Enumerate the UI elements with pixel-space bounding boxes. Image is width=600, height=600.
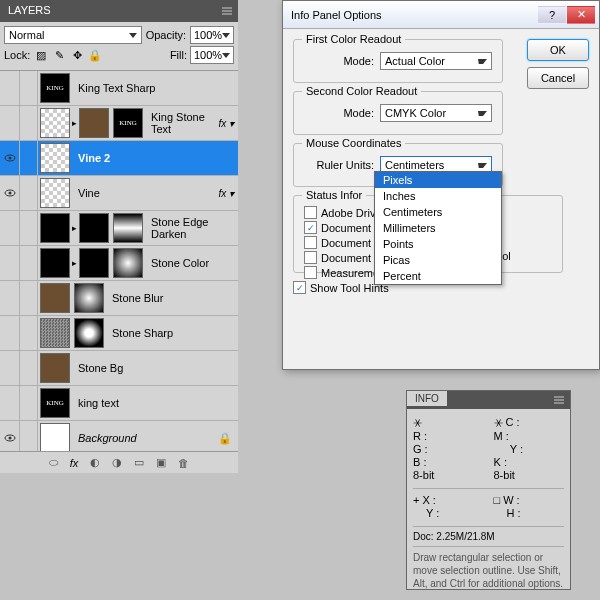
visibility-toggle[interactable] xyxy=(0,71,20,106)
show-hints-checkbox[interactable]: ✓ xyxy=(293,281,306,294)
link-col xyxy=(20,176,38,211)
ruler-units-dropdown[interactable]: PixelsInchesCentimetersMillimetersPoints… xyxy=(374,171,502,285)
mode-label: Mode: xyxy=(304,107,374,119)
layer-name: Stone Sharp xyxy=(112,327,238,339)
link-col xyxy=(20,386,38,421)
visibility-toggle[interactable] xyxy=(0,281,20,316)
visibility-toggle[interactable] xyxy=(0,351,20,386)
layer-mask-thumb[interactable]: KING xyxy=(113,108,143,138)
status-checkbox[interactable] xyxy=(304,251,317,264)
link-col xyxy=(20,316,38,351)
ruler-option[interactable]: Inches xyxy=(375,188,501,204)
layer-thumb[interactable] xyxy=(40,248,70,278)
layer-thumb[interactable] xyxy=(79,108,109,138)
fx-badge[interactable]: fx ▾ xyxy=(218,118,234,129)
opacity-input[interactable]: 100% xyxy=(190,26,234,44)
layer-row[interactable]: KINGKing Text Sharp xyxy=(0,71,238,106)
layer-row[interactable]: Vinefx ▾ xyxy=(0,176,238,211)
ruler-option[interactable]: Millimeters xyxy=(375,220,501,236)
layer-mask-thumb[interactable] xyxy=(74,318,104,348)
layer-row[interactable]: Vine 2 xyxy=(0,141,238,176)
layer-mask-thumb[interactable] xyxy=(74,283,104,313)
lock-all-icon[interactable]: 🔒 xyxy=(87,47,103,63)
visibility-toggle[interactable] xyxy=(0,106,20,141)
layer-thumb[interactable] xyxy=(40,108,70,138)
close-button[interactable]: ✕ xyxy=(567,6,595,24)
status-label: Document xyxy=(321,237,371,249)
status-checkbox[interactable] xyxy=(304,206,317,219)
layer-row[interactable]: ▸Stone Edge Darken xyxy=(0,211,238,246)
visibility-toggle[interactable] xyxy=(0,141,20,176)
layer-row[interactable]: Stone Sharp xyxy=(0,316,238,351)
layer-row[interactable]: ▸KINGKing Stone Textfx ▾ xyxy=(0,106,238,141)
layer-row[interactable]: KINGking text xyxy=(0,386,238,421)
fx-badge[interactable]: fx ▾ xyxy=(218,188,234,199)
visibility-toggle[interactable] xyxy=(0,211,20,246)
status-label: Adobe Drive xyxy=(321,207,382,219)
ruler-option[interactable]: Points xyxy=(375,236,501,252)
layer-mask-icon[interactable]: ◐ xyxy=(90,456,100,469)
info-tab[interactable]: INFO xyxy=(407,391,447,406)
dropdown-arrow-icon xyxy=(478,111,487,116)
ruler-option[interactable]: Centimeters xyxy=(375,204,501,220)
ruler-option[interactable]: Pixels xyxy=(375,172,501,188)
panel-menu-icon[interactable] xyxy=(220,4,234,20)
layer-mask-thumb[interactable] xyxy=(113,213,143,243)
status-checkbox[interactable] xyxy=(304,236,317,249)
adjustment-layer-icon[interactable]: ◑ xyxy=(112,456,122,469)
visibility-toggle[interactable] xyxy=(0,316,20,351)
dropdown-arrow-icon xyxy=(129,33,137,38)
delete-layer-icon[interactable]: 🗑 xyxy=(178,457,189,469)
layer-thumb[interactable]: KING xyxy=(40,73,70,103)
visibility-toggle[interactable] xyxy=(0,176,20,211)
layer-thumb[interactable] xyxy=(40,318,70,348)
crosshair-icon: + xyxy=(413,494,419,506)
visibility-toggle[interactable] xyxy=(0,386,20,421)
dimensions-icon: □ xyxy=(494,494,501,506)
new-layer-icon[interactable]: ▣ xyxy=(156,456,166,469)
lock-position-icon[interactable]: ✥ xyxy=(69,47,85,63)
layer-row[interactable]: Background🔒 xyxy=(0,421,238,451)
fill-input[interactable]: 100% xyxy=(190,46,234,64)
panel-menu-icon[interactable] xyxy=(552,393,566,409)
layer-thumb[interactable] xyxy=(40,283,70,313)
cancel-button[interactable]: Cancel xyxy=(527,67,589,89)
help-button[interactable]: ? xyxy=(538,6,566,24)
ruler-option[interactable]: Percent xyxy=(375,268,501,284)
blend-mode-select[interactable]: Normal xyxy=(4,26,142,44)
layer-thumb[interactable] xyxy=(40,178,70,208)
layer-name: King Stone Text xyxy=(151,111,218,135)
layer-fx-icon[interactable]: fx xyxy=(70,457,79,469)
layer-thumb[interactable] xyxy=(79,213,109,243)
status-checkbox[interactable] xyxy=(304,266,317,279)
group-icon[interactable]: ▭ xyxy=(134,456,144,469)
lock-transparency-icon[interactable]: ▨ xyxy=(33,47,49,63)
visibility-toggle[interactable] xyxy=(0,246,20,281)
layer-row[interactable]: Stone Bg xyxy=(0,351,238,386)
info-panel: INFO ⚹ R : G : B : 8-bit ⚹C : M : Y :Y :… xyxy=(406,390,571,590)
second-mode-select[interactable]: CMYK Color xyxy=(380,104,492,122)
layer-thumb[interactable] xyxy=(40,353,70,383)
layer-thumb[interactable] xyxy=(40,213,70,243)
eyedropper-icon: ⚹ xyxy=(494,416,503,429)
link-col xyxy=(20,106,38,141)
layer-mask-thumb[interactable] xyxy=(113,248,143,278)
layer-row[interactable]: ▸Stone Color xyxy=(0,246,238,281)
link-layers-icon[interactable]: ⬭ xyxy=(49,456,58,469)
layer-thumb[interactable] xyxy=(40,143,70,173)
titlebar[interactable]: Info Panel Options ? ✕ xyxy=(283,1,599,29)
link-col xyxy=(20,141,38,176)
lock-pixels-icon[interactable]: ✎ xyxy=(51,47,67,63)
layers-tab[interactable]: LAYERS xyxy=(0,0,59,20)
dropdown-arrow-icon xyxy=(478,163,487,168)
status-checkbox[interactable]: ✓ xyxy=(304,221,317,234)
layer-row[interactable]: Stone Blur xyxy=(0,281,238,316)
visibility-toggle[interactable] xyxy=(0,421,20,452)
layers-panel-header: LAYERS xyxy=(0,0,238,22)
ok-button[interactable]: OK xyxy=(527,39,589,61)
ruler-option[interactable]: Picas xyxy=(375,252,501,268)
layer-thumb[interactable] xyxy=(79,248,109,278)
first-mode-select[interactable]: Actual Color xyxy=(380,52,492,70)
layer-thumb[interactable]: KING xyxy=(40,388,70,418)
layer-thumb[interactable] xyxy=(40,423,70,451)
